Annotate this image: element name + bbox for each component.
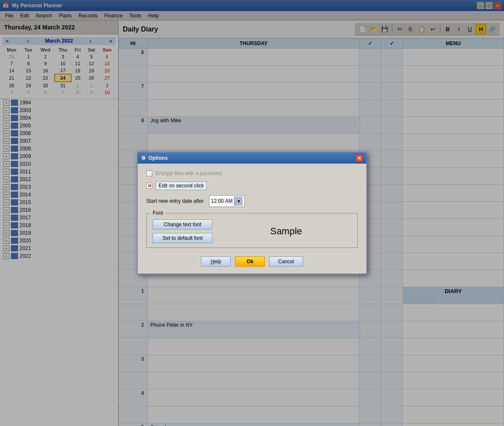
font-buttons: Change text font Set to default font xyxy=(153,219,212,243)
font-group: Font Change text font Set to default fon… xyxy=(146,213,358,248)
dialog-close-button[interactable]: ✕ xyxy=(355,154,363,162)
default-font-button[interactable]: Set to default font xyxy=(153,233,212,243)
help-button[interactable]: Help xyxy=(201,256,231,267)
help-rest: elp xyxy=(214,259,221,265)
time-dropdown[interactable]: 12:00 AM ▼ xyxy=(209,195,245,207)
modal-overlay: ⚙ Options ✕ Encrypt files with a passwor… xyxy=(0,0,504,426)
font-group-inner: Change text font Set to default font Sam… xyxy=(153,219,351,243)
edit-click-checkbox[interactable]: ✕ xyxy=(146,183,152,189)
options-icon: ⚙ xyxy=(141,155,146,161)
dialog-body: Encrypt files with a password ✕ Edit on … xyxy=(138,164,366,273)
encrypt-label: Encrypt files with a password xyxy=(156,170,222,176)
dialog-title-text: ⚙ Options xyxy=(141,155,168,161)
time-select-row: Start new entry date after 12:00 AM ▼ xyxy=(146,195,358,207)
edit-click-row: ✕ Edit on second click xyxy=(146,181,358,190)
time-value: 12:00 AM xyxy=(211,198,233,204)
font-sample: Sample xyxy=(221,226,351,237)
encrypt-checkbox[interactable] xyxy=(146,170,152,176)
change-font-button[interactable]: Change text font xyxy=(153,219,212,230)
dialog-title-bar: ⚙ Options ✕ xyxy=(138,153,366,164)
encrypt-row: Encrypt files with a password xyxy=(146,170,358,176)
options-dialog: ⚙ Options ✕ Encrypt files with a passwor… xyxy=(137,152,367,274)
time-label: Start new entry date after xyxy=(146,198,204,204)
ok-button[interactable]: Ok xyxy=(235,256,265,267)
dialog-footer: Help Ok Cancel xyxy=(146,255,358,267)
edit-click-label: Edit on second click xyxy=(156,181,207,190)
time-dropdown-arrow[interactable]: ▼ xyxy=(234,196,243,206)
font-group-legend: Font xyxy=(151,210,165,216)
help-underline: H xyxy=(211,259,214,265)
cancel-button[interactable]: Cancel xyxy=(269,256,303,267)
